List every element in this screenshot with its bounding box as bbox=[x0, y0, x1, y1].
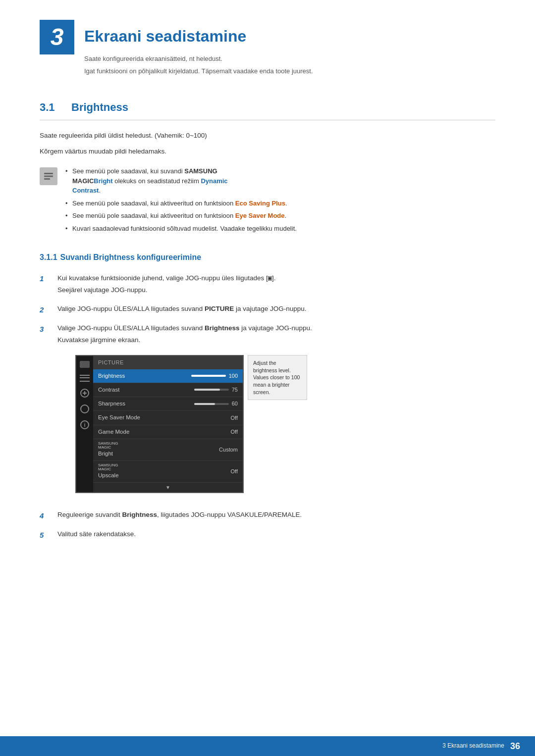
note-item-4: Kuvari saadaolevad funktsioonid sõltuvad… bbox=[64, 224, 297, 234]
sidebar-icon-gear bbox=[80, 404, 89, 413]
screen-sidebar: i bbox=[76, 356, 93, 492]
screen-menu-item-brightness: Brightness 100 bbox=[93, 369, 243, 383]
page-footer: 3 Ekraani seadistamine 36 bbox=[0, 736, 535, 756]
screen-arrow: ▼ bbox=[93, 483, 243, 492]
step-1: 1 Kui kuvatakse funktsioonide juhend, va… bbox=[40, 273, 495, 298]
section-31-header: 3.1 Brightness bbox=[40, 99, 495, 120]
screen-content: PICTURE Brightness 100 bbox=[93, 356, 243, 492]
sidebar-icon-menu bbox=[80, 361, 90, 368]
note-item-3: See menüü pole saadaval, kui aktiveeritu… bbox=[64, 211, 297, 221]
section-31-number: 3.1 bbox=[40, 99, 64, 116]
sidebar-icon-lines bbox=[80, 375, 90, 382]
screen-menu-item-contrast: Contrast 75 bbox=[93, 383, 243, 397]
footer-page-number: 36 bbox=[510, 739, 520, 754]
section-31-para1: Saate reguleerida pildi üldist heledust.… bbox=[40, 130, 495, 141]
chapter-number: 3 bbox=[40, 20, 74, 54]
sharpness-bar bbox=[194, 403, 229, 405]
subsection-311-header: 3.1.1Suvandi Brightness konfigureerimine bbox=[40, 251, 495, 264]
brightness-bar bbox=[191, 375, 226, 377]
note-icon bbox=[40, 167, 57, 185]
subsection-311-title: 3.1.1Suvandi Brightness konfigureerimine bbox=[40, 253, 201, 261]
step-3: 3 Valige JOG-nuppu ÜLES/ALLA liigutades … bbox=[40, 323, 495, 504]
screen-mock: i PICTURE Brightness bbox=[75, 355, 244, 493]
footer-chapter-label: 3 Ekraani seadistamine bbox=[442, 741, 504, 751]
svg-rect-2 bbox=[44, 178, 50, 180]
note-list: See menüü pole saadaval, kui suvandi SAM… bbox=[64, 166, 297, 233]
steps-list: 1 Kui kuvatakse funktsioonide juhend, va… bbox=[40, 273, 495, 541]
screen-menu-item-magicupscale: SAMSUNGMAGICUpscale Off bbox=[93, 461, 243, 483]
chapter-title: Ekraani seadistamine bbox=[84, 24, 313, 49]
section-31-body: Saate reguleerida pildi üldist heledust.… bbox=[40, 130, 495, 156]
screen-menu-item-sharpness: Sharpness 60 bbox=[93, 397, 243, 411]
screen-menu-item-magicbright: SAMSUNGMAGICBright Custom bbox=[93, 439, 243, 461]
sidebar-icon-circle-plus bbox=[80, 389, 89, 398]
sidebar-icon-info: i bbox=[80, 420, 89, 429]
step-4: 4 Reguleerige suvandit Brightness, liigu… bbox=[40, 510, 495, 522]
note-item-2: See menüü pole saadaval, kui aktiveeritu… bbox=[64, 199, 297, 208]
svg-rect-0 bbox=[44, 173, 53, 174]
note-box: See menüü pole saadaval, kui suvandi SAM… bbox=[40, 166, 495, 236]
note-content: See menüü pole saadaval, kui suvandi SAM… bbox=[64, 166, 297, 236]
tooltip-box: Adjust the brightness level. Values clos… bbox=[248, 355, 307, 400]
note-item-1: See menüü pole saadaval, kui suvandi SAM… bbox=[64, 166, 297, 196]
screen-container: i PICTURE Brightness bbox=[75, 355, 495, 493]
svg-rect-1 bbox=[44, 176, 53, 177]
section-31-title: Brightness bbox=[71, 99, 128, 116]
step-2: 2 Valige JOG-nuppu ÜLES/ALLA liigutades … bbox=[40, 304, 495, 316]
chapter-subtitle1: Saate konfigureerida ekraanisätteid, nt … bbox=[84, 54, 313, 64]
step-5: 5 Valitud säte rakendatakse. bbox=[40, 529, 495, 541]
chapter-subtitle2: Igat funktsiooni on põhjalikult kirjelda… bbox=[84, 66, 313, 77]
chapter-header: 3 Ekraani seadistamine Saate konfigureer… bbox=[40, 20, 495, 79]
screen-menu-title: PICTURE bbox=[93, 356, 243, 369]
screen-menu-item-eyesaver: Eye Saver Mode Off bbox=[93, 411, 243, 425]
section-31-para2: Kõrgem väärtus muudab pildi heledamaks. bbox=[40, 146, 495, 157]
screen-menu-item-gamemode: Game Mode Off bbox=[93, 425, 243, 439]
contrast-bar bbox=[194, 389, 229, 391]
chapter-title-block: Ekraani seadistamine Saate konfigureerid… bbox=[84, 20, 313, 79]
